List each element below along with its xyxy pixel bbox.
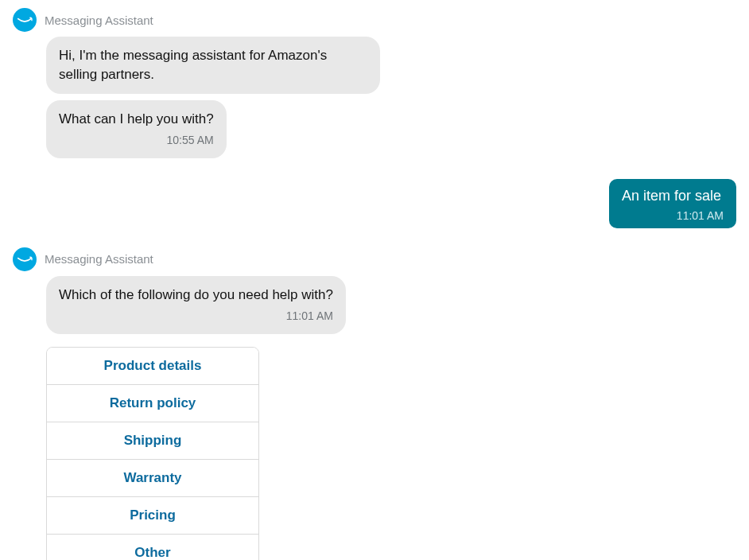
- option-product-details[interactable]: Product details: [47, 348, 258, 384]
- message-timestamp: 11:01 AM: [59, 309, 333, 325]
- message-timestamp: 10:55 AM: [59, 133, 214, 149]
- bot-avatar-icon: [13, 8, 37, 32]
- option-shipping[interactable]: Shipping: [47, 422, 258, 459]
- option-other[interactable]: Other: [47, 534, 258, 560]
- amazon-smile-icon: [16, 11, 33, 29]
- message-timestamp: 11:01 AM: [622, 208, 724, 223]
- bot-avatar-icon: [13, 247, 37, 271]
- user-message-row: An item for sale 11:01 AM: [13, 179, 736, 228]
- user-bubble: An item for sale 11:01 AM: [609, 179, 736, 228]
- quick-reply-options: Product details Return policy Shipping W…: [46, 347, 259, 560]
- bot-sender-row-2: Messaging Assistant: [13, 247, 736, 271]
- bot-sender-row-1: Messaging Assistant: [13, 8, 736, 32]
- bot-bubble-followup: Which of the following do you need help …: [46, 276, 346, 334]
- bot-bubble-intro: Hi, I'm the messaging assistant for Amaz…: [46, 37, 380, 94]
- option-pricing[interactable]: Pricing: [47, 496, 258, 534]
- bot-message-group-2: Which of the following do you need help …: [13, 276, 736, 560]
- user-message-text: An item for sale: [622, 188, 721, 204]
- bot-sender-name: Messaging Assistant: [45, 14, 153, 27]
- bot-bubble-prompt: What can I help you with? 10:55 AM: [46, 100, 227, 158]
- option-return-policy[interactable]: Return policy: [47, 384, 258, 422]
- bot-sender-name: Messaging Assistant: [45, 252, 153, 266]
- bot-message-text: Hi, I'm the messaging assistant for Amaz…: [59, 48, 327, 82]
- amazon-smile-icon: [16, 251, 33, 268]
- bot-message-text: What can I help you with?: [59, 111, 214, 126]
- bot-message-group-1: Hi, I'm the messaging assistant for Amaz…: [13, 37, 736, 165]
- bot-message-text: Which of the following do you need help …: [59, 287, 333, 302]
- option-warranty[interactable]: Warranty: [47, 459, 258, 496]
